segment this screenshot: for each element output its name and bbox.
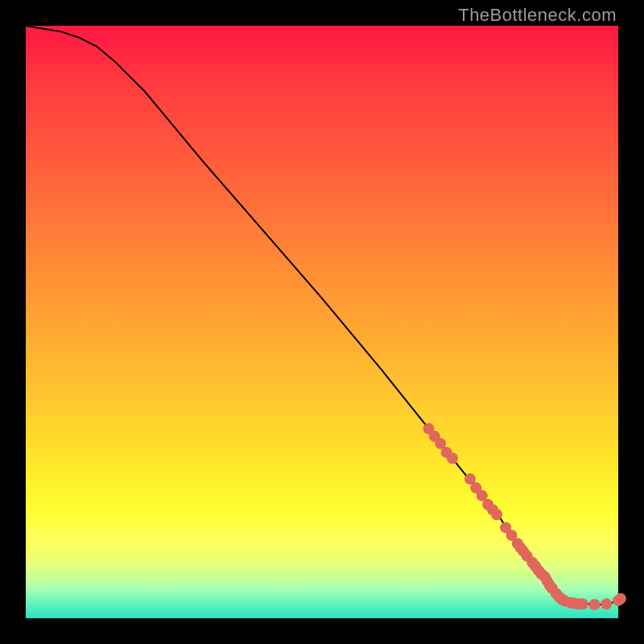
data-marker	[615, 593, 626, 605]
data-marker	[589, 599, 601, 610]
watermark-text: TheBottleneck.com	[458, 5, 617, 26]
data-marker	[491, 509, 502, 520]
plot-area	[26, 26, 618, 618]
chart-frame: TheBottleneck.com	[0, 0, 644, 644]
data-marker	[601, 598, 612, 609]
curve-line	[26, 26, 618, 605]
markers-group	[423, 423, 625, 610]
data-marker	[447, 452, 458, 464]
data-marker	[577, 598, 588, 609]
chart-svg	[26, 26, 618, 618]
